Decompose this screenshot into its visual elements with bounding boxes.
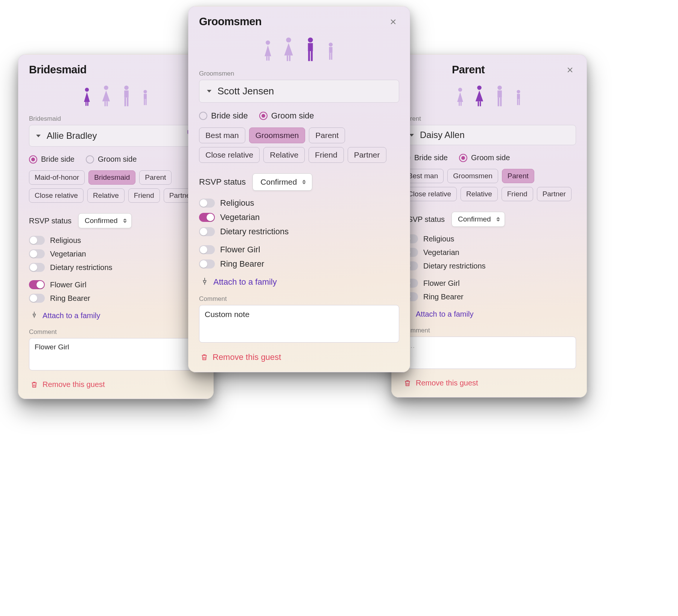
person-man-icon[interactable] <box>120 85 133 107</box>
role-tag[interactable]: Relative <box>263 147 305 163</box>
comment-textarea[interactable]: … <box>402 337 576 369</box>
attach-to-family-link[interactable]: Attach to a family <box>402 310 576 319</box>
role-field-label: Bridesmaid <box>29 115 203 123</box>
trash-icon <box>404 379 411 387</box>
toggle-switch[interactable] <box>199 227 215 236</box>
toggle-switch[interactable] <box>199 199 215 208</box>
toggle-switch[interactable] <box>199 213 215 222</box>
groom-side-radio[interactable]: Groom side <box>86 155 137 164</box>
comment-label: Comment <box>402 327 576 334</box>
svg-point-12 <box>458 88 462 91</box>
person-woman-icon[interactable] <box>473 85 486 107</box>
attach-to-family-link[interactable]: Attach to a family <box>199 277 399 287</box>
role-tag[interactable]: Groomsmen <box>249 127 306 143</box>
role-tag[interactable]: Best man <box>199 127 245 143</box>
guest-name-select[interactable]: Scott Jensen <box>199 80 399 103</box>
svg-rect-11 <box>146 99 147 105</box>
guest-card-groomsmen: Groomsmen Groomsmen Scott Jensen Bride s… <box>188 6 410 372</box>
attach-to-family-link[interactable]: Attach to a family <box>29 311 203 320</box>
person-woman-icon[interactable] <box>100 85 112 107</box>
bride-side-radio[interactable]: Bride side <box>199 111 248 121</box>
rsvp-select[interactable]: Confirmed <box>252 173 312 191</box>
remove-label: Remove this guest <box>416 379 478 387</box>
role-tag[interactable]: Relative <box>87 188 125 203</box>
person-man-icon[interactable] <box>493 85 506 107</box>
role-tag[interactable]: Partner <box>348 147 386 163</box>
guest-name-select[interactable]: Allie Bradley <box>29 125 203 147</box>
rsvp-select[interactable]: Confirmed <box>451 212 505 227</box>
person-girl-icon[interactable] <box>455 85 465 107</box>
toggle-label: Religious <box>50 236 81 245</box>
svg-point-6 <box>124 85 129 90</box>
person-boy-icon[interactable] <box>514 85 523 107</box>
attribute-toggles: Religious Vegetarian Dietary restriction… <box>402 234 576 270</box>
role-tag[interactable]: Maid-of-honor <box>29 170 85 185</box>
person-woman-icon[interactable] <box>281 37 296 62</box>
role-tag[interactable]: Close relative <box>199 147 260 163</box>
toggle-switch[interactable] <box>29 280 45 289</box>
person-girl-icon[interactable] <box>262 37 274 62</box>
remove-label: Remove this guest <box>213 352 281 362</box>
svg-rect-14 <box>461 102 462 106</box>
remove-guest-button[interactable]: Remove this guest <box>402 377 576 390</box>
role-tag[interactable]: Parent <box>502 169 534 183</box>
person-girl-icon[interactable] <box>82 85 92 107</box>
svg-rect-20 <box>500 97 502 106</box>
toggle-switch[interactable] <box>29 294 45 303</box>
toggle-switch[interactable] <box>29 249 45 258</box>
rsvp-label: RSVP status <box>199 177 246 187</box>
dietary-toggle: Dietary restrictions <box>199 227 399 237</box>
toggle-label: Vegetarian <box>423 248 459 257</box>
close-icon <box>567 67 573 73</box>
card-title: Groomsmen <box>199 15 261 28</box>
comment-textarea[interactable]: Custom note <box>199 305 399 343</box>
close-button[interactable] <box>387 16 399 28</box>
svg-point-21 <box>517 90 520 93</box>
comment-label: Comment <box>29 328 203 336</box>
person-man-icon[interactable] <box>303 37 318 62</box>
comment-textarea[interactable]: Flower Girl <box>29 338 203 370</box>
groom-side-radio[interactable]: Groom side <box>259 111 314 121</box>
child-role-toggles: Flower Girl Ring Bearer <box>199 245 399 269</box>
svg-rect-26 <box>268 56 269 61</box>
toggle-switch[interactable] <box>199 245 215 254</box>
remove-guest-button[interactable]: Remove this guest <box>199 351 399 364</box>
role-tag[interactable]: Partner <box>537 187 572 201</box>
role-tag[interactable]: Parent <box>139 170 172 185</box>
close-button[interactable] <box>564 64 576 76</box>
toggle-label: Ring Bearer <box>423 293 464 301</box>
remove-guest-button[interactable]: Remove this guest <box>29 379 203 391</box>
toggle-switch[interactable] <box>199 259 215 269</box>
svg-rect-4 <box>105 102 106 106</box>
role-tag[interactable]: Relative <box>461 187 498 201</box>
toggle-switch[interactable] <box>29 263 45 272</box>
rsvp-select[interactable]: Confirmed <box>78 213 132 228</box>
toggle-switch[interactable] <box>29 236 45 245</box>
role-tag[interactable]: Groomsmen <box>447 169 498 183</box>
person-boy-icon[interactable] <box>140 85 150 107</box>
role-tag[interactable]: Parent <box>309 127 345 143</box>
role-tag[interactable]: Friend <box>128 188 160 203</box>
select-arrows-icon <box>123 218 127 223</box>
child-role-toggles: Flower Girl Ring Bearer <box>29 280 203 303</box>
role-tag[interactable]: Close relative <box>402 187 457 201</box>
vegetarian-toggle: Vegetarian <box>199 212 399 222</box>
role-tag[interactable]: Friend <box>502 187 533 201</box>
religious-toggle: Religious <box>29 236 203 245</box>
role-tag[interactable]: Close relative <box>29 188 84 203</box>
chevron-down-icon <box>207 90 211 93</box>
ring-bearer-toggle: Ring Bearer <box>402 292 576 301</box>
svg-rect-10 <box>144 99 145 105</box>
radio-label: Bride side <box>41 155 74 164</box>
guest-name-select[interactable]: Daisy Allen <box>402 125 576 145</box>
role-tag[interactable]: Bridesmaid <box>88 170 135 185</box>
toggle-label: Flower Girl <box>220 245 260 255</box>
bride-side-radio[interactable]: Bride side <box>29 155 74 164</box>
attribute-toggles: Religious Vegetarian Dietary restriction… <box>29 236 203 272</box>
card-title: Parent <box>452 64 485 76</box>
groom-side-radio[interactable]: Groom side <box>459 153 510 162</box>
rsvp-row: RSVP status Confirmed <box>29 213 203 228</box>
person-boy-icon[interactable] <box>325 37 336 62</box>
radio-label: Groom side <box>271 111 314 121</box>
role-tag[interactable]: Friend <box>309 147 344 163</box>
